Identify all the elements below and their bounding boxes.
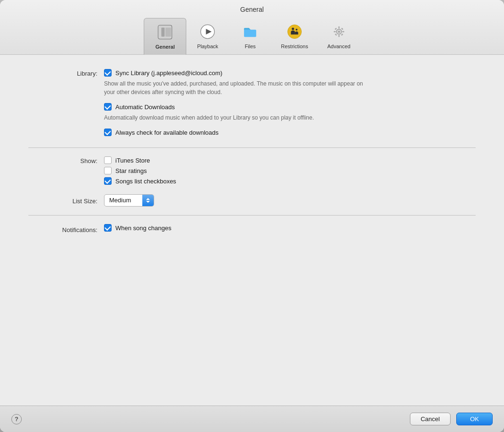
svg-rect-14 (334, 28, 337, 30)
svg-rect-10 (338, 26, 339, 28)
sync-library-checkbox[interactable] (104, 69, 112, 77)
list-size-value: Medium (104, 194, 142, 207)
sync-library-row: Sync Library (j.appleseed@icloud.com) (104, 69, 476, 77)
when-song-row: When song changes (104, 224, 476, 232)
svg-rect-1 (162, 28, 165, 37)
help-button[interactable]: ? (11, 414, 22, 424)
list-size-row: List Size: Medium (28, 194, 476, 207)
sync-library-label: Sync Library (j.appleseed@icloud.com) (115, 69, 222, 77)
cancel-button[interactable]: Cancel (410, 413, 451, 425)
svg-rect-15 (341, 34, 343, 36)
tab-advanced-label: Advanced (327, 43, 350, 49)
title-bar: General General (0, 0, 504, 55)
svg-rect-11 (338, 35, 339, 37)
bottom-buttons: Cancel OK (410, 413, 493, 425)
itunes-store-label: iTunes Store (115, 157, 150, 164)
list-size-content: Medium (104, 194, 476, 207)
show-row: Show: iTunes Store Star ratings Songs li… (28, 156, 476, 188)
tab-restrictions-label: Restrictions (281, 43, 308, 49)
library-section: Library: Sync Library (j.appleseed@iclou… (28, 69, 476, 139)
songs-list-row: Songs list checkboxes (104, 177, 476, 185)
tab-general-label: General (156, 44, 175, 50)
files-icon (240, 22, 260, 42)
tab-restrictions[interactable]: Restrictions (271, 18, 317, 54)
sync-library-description: Show all the music you've added, purchas… (104, 79, 369, 96)
star-ratings-row: Star ratings (104, 167, 476, 174)
playback-icon (198, 22, 217, 42)
star-ratings-label: Star ratings (115, 167, 147, 174)
list-size-arrow[interactable] (142, 194, 154, 207)
library-content: Sync Library (j.appleseed@icloud.com) Sh… (104, 69, 476, 139)
svg-rect-13 (342, 31, 344, 33)
tab-files-label: Files (245, 43, 256, 49)
svg-rect-12 (334, 31, 336, 33)
library-row: Library: Sync Library (j.appleseed@iclou… (28, 69, 476, 139)
svg-rect-16 (335, 34, 337, 36)
when-song-checkbox[interactable] (104, 224, 112, 232)
window-title: General (0, 6, 504, 13)
svg-rect-17 (341, 28, 343, 30)
tab-playback-label: Playback (197, 43, 218, 49)
tab-advanced[interactable]: Advanced (318, 18, 360, 54)
show-content: iTunes Store Star ratings Songs list che… (104, 156, 476, 188)
preferences-window: General General (0, 0, 504, 432)
auto-downloads-row: Automatic Downloads (104, 103, 476, 111)
songs-list-checkbox[interactable] (104, 177, 112, 185)
songs-list-label: Songs list checkboxes (115, 178, 176, 185)
list-size-select[interactable]: Medium (104, 194, 154, 207)
notifications-label: Notifications: (28, 225, 104, 233)
ok-button[interactable]: OK (456, 413, 493, 425)
auto-downloads-label: Automatic Downloads (115, 104, 175, 111)
list-size-label: List Size: (28, 197, 104, 205)
divider-1 (28, 147, 476, 148)
show-section: Show: iTunes Store Star ratings Songs li… (28, 156, 476, 207)
always-check-checkbox[interactable] (104, 129, 112, 136)
always-check-row: Always check for available downloads (104, 129, 476, 136)
library-label: Library: (28, 69, 104, 77)
toolbar: General Playback (0, 18, 504, 54)
svg-point-9 (338, 30, 340, 33)
restrictions-icon (285, 22, 304, 42)
svg-point-7 (295, 29, 297, 31)
always-check-label: Always check for available downloads (115, 129, 218, 136)
arrow-down-icon (146, 201, 150, 203)
main-content: Library: Sync Library (j.appleseed@iclou… (0, 55, 504, 406)
notifications-content: When song changes (104, 224, 476, 234)
when-song-label: When song changes (115, 225, 172, 232)
advanced-icon (329, 22, 349, 42)
notifications-row: Notifications: When song changes (28, 224, 476, 234)
tab-general[interactable]: General (144, 18, 186, 55)
auto-downloads-checkbox[interactable] (104, 103, 112, 111)
auto-downloads-description: Automatically download music when added … (104, 113, 369, 122)
divider-2 (28, 215, 476, 216)
notifications-section: Notifications: When song changes (28, 224, 476, 234)
itunes-store-row: iTunes Store (104, 156, 476, 164)
tab-playback[interactable]: Playback (186, 18, 229, 54)
general-icon (155, 22, 175, 42)
svg-rect-2 (165, 28, 171, 37)
tab-files[interactable]: Files (229, 18, 271, 54)
bottom-bar: ? Cancel OK (0, 406, 504, 432)
arrow-up-icon (146, 198, 150, 200)
show-label: Show: (28, 156, 104, 164)
svg-point-6 (292, 27, 294, 30)
star-ratings-checkbox[interactable] (104, 167, 112, 174)
itunes-store-checkbox[interactable] (104, 156, 112, 164)
